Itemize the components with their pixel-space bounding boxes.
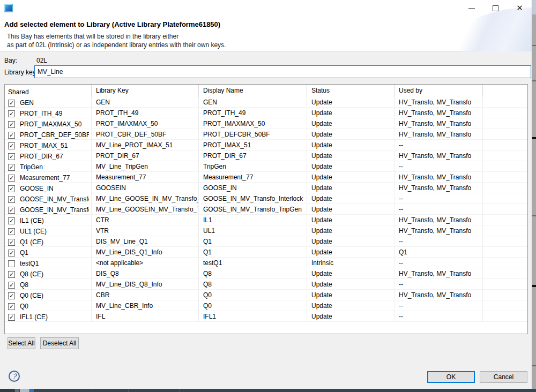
display-name-cell: GOOSE_IN_MV_Transfo_Interlock xyxy=(199,193,307,204)
ok-button[interactable]: OK xyxy=(427,371,475,383)
table-row[interactable]: ✓IFL1 (CE)IFLIFL1Update-- xyxy=(5,311,527,322)
help-icon[interactable]: ? xyxy=(9,371,20,382)
used-by-cell: HV_Transfo, MV_Transfo xyxy=(394,129,483,140)
shared-checkbox[interactable]: ✓ xyxy=(8,303,15,310)
display-name-cell: GEN xyxy=(199,97,307,108)
shared-cell: ✓Q0 (CE) xyxy=(5,290,92,300)
shared-checkbox[interactable]: ✓ xyxy=(8,217,15,224)
display-name-cell: Q1 xyxy=(199,236,307,247)
elements-table[interactable]: Shared Library Key Display Name Status U… xyxy=(4,84,528,334)
shared-cell: ✓Q1 xyxy=(5,247,92,258)
spacer-cell xyxy=(483,311,527,322)
shared-checkbox[interactable]: ✓ xyxy=(8,164,15,171)
shared-cell: ✓PROT_IMAX_51 xyxy=(5,140,92,150)
table-row[interactable]: ✓Q1 (CE)DIS_MV_Line_Q1Q1Update-- xyxy=(5,236,527,247)
display-name-cell: Measurement_77 xyxy=(199,172,307,183)
display-name-cell: UL1 xyxy=(199,225,307,236)
status-cell: Update xyxy=(307,172,394,183)
shared-label: Q1 (CE) xyxy=(20,238,43,246)
shared-checkbox[interactable]: ✓ xyxy=(8,314,15,321)
title-bar[interactable]: ✕ xyxy=(0,0,532,16)
table-row[interactable]: ✓Q1MV_Line_DIS_Q1_InfoQ1UpdateQ1 xyxy=(5,247,527,258)
shared-checkbox[interactable]: ✓ xyxy=(8,100,15,107)
close-icon[interactable]: ✕ xyxy=(508,0,532,16)
used-by-cell: -- xyxy=(394,300,483,311)
used-by-cell: HV_Transfo, MV_Transfo xyxy=(394,268,483,279)
library-key-cell: CBR xyxy=(92,290,199,300)
select-all-button[interactable]: Select All xyxy=(8,337,35,349)
table-row[interactable]: ✓Q8MV_Line_DIS_Q8_InfoQ8Update-- xyxy=(5,279,527,290)
used-by-cell: -- xyxy=(394,161,483,172)
column-header-status[interactable]: Status xyxy=(307,85,394,97)
table-header-row: Shared Library Key Display Name Status U… xyxy=(5,85,527,97)
library-key-cell: MV_Line_PROT_IMAX_51 xyxy=(92,140,199,150)
shared-checkbox[interactable]: ✓ xyxy=(8,185,15,192)
library-key-cell: IFL xyxy=(92,311,199,322)
shared-checkbox[interactable]: ✓ xyxy=(8,239,15,246)
deselect-all-button[interactable]: Deselect All xyxy=(40,337,79,349)
shared-cell: ✓GOOSE_IN_MV_Transfo... xyxy=(5,204,92,215)
shared-checkbox[interactable]: ✓ xyxy=(8,121,15,128)
status-cell: Update xyxy=(307,118,394,129)
table-row[interactable]: ✓PROT_DIR_67PROT_DIR_67PROT_DIR_67Update… xyxy=(5,150,527,161)
spacer-cell xyxy=(483,204,527,215)
library-key-cell: MV_Line_CBR_Info xyxy=(92,300,199,311)
spacer-cell xyxy=(483,97,527,108)
table-row[interactable]: ✓GENGENGENUpdateHV_Transfo, MV_Transfo xyxy=(5,97,527,108)
shared-checkbox[interactable]: ✓ xyxy=(8,292,15,299)
table-row[interactable]: ✓PROT_CBR_DEF_50BFPROT_CBR_DEF_50BFPROT_… xyxy=(5,129,527,140)
column-header-library-key[interactable]: Library Key xyxy=(92,85,199,97)
shared-cell: ✓PROT_DIR_67 xyxy=(5,150,92,161)
used-by-cell: HV_Transfo, MV_Transfo xyxy=(394,108,483,118)
status-cell: Update xyxy=(307,129,394,140)
spacer-cell xyxy=(483,258,527,268)
shared-checkbox[interactable]: ✓ xyxy=(8,196,15,203)
table-row[interactable]: ✓TripGenMV_Line_TripGenTripGenUpdate-- xyxy=(5,161,527,172)
shared-checkbox[interactable]: ✓ xyxy=(8,282,15,289)
column-header-display-name[interactable]: Display Name xyxy=(199,85,307,97)
library-key-cell: DIS_Q8 xyxy=(92,268,199,279)
shared-checkbox[interactable]: ✓ xyxy=(8,271,15,278)
shared-checkbox[interactable]: ✓ xyxy=(8,153,15,160)
table-row[interactable]: testQ1<not applicable>testQ1Intrinsic-- xyxy=(5,258,527,268)
display-name-cell: PROT_IMAXMAX_50 xyxy=(199,118,307,129)
shared-checkbox[interactable]: ✓ xyxy=(8,110,15,117)
table-row[interactable]: ✓PROT_IMAX_51MV_Line_PROT_IMAX_51PROT_IM… xyxy=(5,140,527,150)
minimize-icon[interactable] xyxy=(459,0,483,16)
table-row[interactable]: ✓Measurement_77Measurement_77Measurement… xyxy=(5,172,527,183)
used-by-cell: HV_Transfo, MV_Transfo xyxy=(394,172,483,183)
table-row[interactable]: ✓GOOSE_INGOOSEINGOOSE_INUpdateHV_Transfo… xyxy=(5,183,527,193)
shared-checkbox[interactable]: ✓ xyxy=(8,207,15,214)
shared-checkbox[interactable]: ✓ xyxy=(8,228,15,235)
shared-checkbox[interactable]: ✓ xyxy=(8,132,15,139)
table-row[interactable]: ✓IL1 (CE)CTRIL1UpdateHV_Transfo, MV_Tran… xyxy=(5,215,527,225)
shared-cell: ✓IL1 (CE) xyxy=(5,215,92,225)
table-row[interactable]: ✓Q0 (CE)CBRQ0UpdateHV_Transfo, MV_Transf… xyxy=(5,290,527,300)
shared-cell: ✓IFL1 (CE) xyxy=(5,311,92,322)
shared-checkbox[interactable]: ✓ xyxy=(8,175,15,182)
shared-cell: ✓GOOSE_IN_MV_Transfo... xyxy=(5,193,92,204)
table-row[interactable]: ✓Q0MV_Line_CBR_InfoQ0Update-- xyxy=(5,300,527,311)
table-row[interactable]: ✓Q8 (CE)DIS_Q8Q8UpdateHV_Transfo, MV_Tra… xyxy=(5,268,527,279)
shared-label: PROT_DIR_67 xyxy=(20,153,63,160)
shared-cell: ✓GOOSE_IN xyxy=(5,183,92,193)
library-key-cell: GOOSEIN xyxy=(92,183,199,193)
table-row[interactable]: ✓PROT_ITH_49PROT_ITH_49PROT_ITH_49Update… xyxy=(5,108,527,118)
shared-checkbox[interactable]: ✓ xyxy=(8,250,15,257)
library-key-input[interactable] xyxy=(34,65,531,78)
column-header-used-by[interactable]: Used by xyxy=(394,85,483,97)
spacer-cell xyxy=(483,193,527,204)
column-header-shared[interactable]: Shared xyxy=(5,85,92,97)
table-row[interactable]: ✓GOOSE_IN_MV_Transfo...MV_Line_GOOSEIN_M… xyxy=(5,204,527,215)
cancel-button[interactable]: Cancel xyxy=(480,371,527,383)
library-key-cell: MV_Line_TripGen xyxy=(92,161,199,172)
table-row[interactable]: ✓PROT_IMAXMAX_50PROT_IMAXMAX_50PROT_IMAX… xyxy=(5,118,527,129)
maximize-icon[interactable] xyxy=(483,0,508,16)
shared-label: GOOSE_IN xyxy=(20,185,54,192)
table-row[interactable]: ✓UL1 (CE)VTRUL1UpdateHV_Transfo, MV_Tran… xyxy=(5,225,527,236)
shared-checkbox[interactable]: ✓ xyxy=(8,142,15,149)
used-by-cell: -- xyxy=(394,193,483,204)
display-name-cell: TripGen xyxy=(199,161,307,172)
shared-checkbox[interactable] xyxy=(8,260,15,267)
table-row[interactable]: ✓GOOSE_IN_MV_Transfo...MV_Line_GOOSE_IN_… xyxy=(5,193,527,204)
